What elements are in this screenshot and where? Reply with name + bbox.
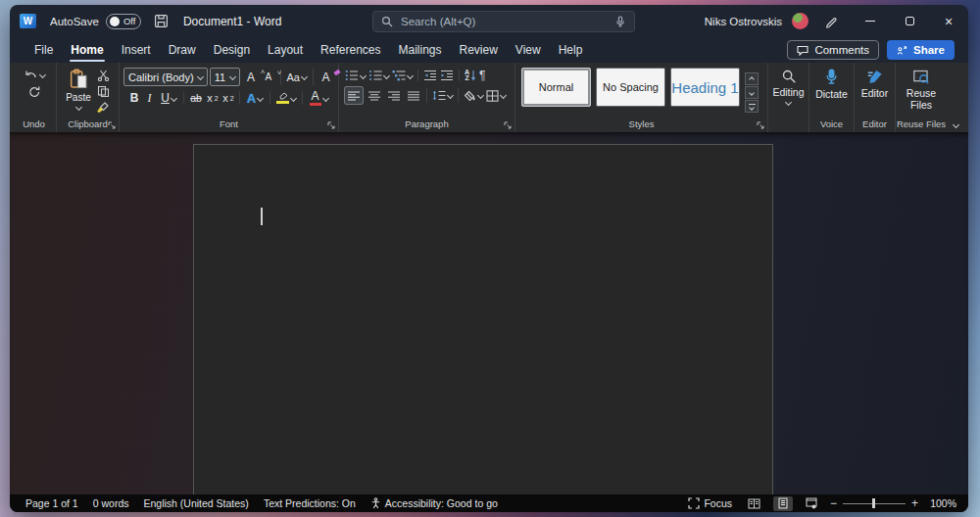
align-right-button[interactable] <box>385 91 402 101</box>
tab-draw[interactable]: Draw <box>160 37 205 63</box>
styles-scroll-up-button[interactable] <box>745 72 759 85</box>
tab-help[interactable]: Help <box>550 37 592 63</box>
strikethrough-button[interactable]: ab <box>188 92 204 104</box>
save-icon[interactable] <box>154 14 169 28</box>
line-spacing-button[interactable] <box>432 90 453 101</box>
share-button[interactable]: Share <box>887 40 955 60</box>
accessibility-status[interactable]: Accessibility: Good to go <box>370 497 498 509</box>
minimize-button[interactable] <box>851 5 890 37</box>
word-count[interactable]: 0 words <box>93 497 129 509</box>
reuse-files-button[interactable]: Reuse Files <box>896 63 947 118</box>
read-mode-button[interactable] <box>745 496 764 511</box>
undo-button[interactable] <box>24 69 45 80</box>
subscript-button[interactable]: x2 <box>206 92 220 104</box>
copy-button[interactable] <box>96 85 110 98</box>
tab-file[interactable]: File <box>25 37 62 63</box>
styles-group-label: Styles <box>515 118 767 132</box>
separator <box>270 91 270 105</box>
styles-scroll-down-button[interactable] <box>745 86 759 99</box>
word-logo-icon[interactable]: W <box>20 14 36 28</box>
change-case-button[interactable]: Aa <box>284 71 309 83</box>
undo-dropdown-icon[interactable] <box>38 70 45 77</box>
align-center-button[interactable] <box>366 91 382 101</box>
user-name[interactable]: Niks Ostrovskis <box>705 16 782 27</box>
clear-formatting-button[interactable]: A <box>318 70 334 84</box>
focus-mode-button[interactable]: Focus <box>688 497 732 509</box>
page-indicator[interactable]: Page 1 of 1 <box>25 497 78 509</box>
font-family-value: Calibri (Body) <box>128 71 194 83</box>
clipboard-dialog-launcher[interactable] <box>108 121 116 129</box>
style-no-spacing[interactable]: No Spacing <box>596 68 665 107</box>
shading-button[interactable] <box>464 90 483 102</box>
paragraph-dialog-launcher[interactable] <box>504 121 512 129</box>
comments-label: Comments <box>814 44 869 56</box>
cut-button[interactable] <box>96 70 110 81</box>
bullets-button[interactable] <box>345 70 366 81</box>
paste-icon <box>69 69 88 90</box>
font-size-select[interactable]: 11 <box>210 68 241 86</box>
tab-design[interactable]: Design <box>205 37 259 63</box>
search-box[interactable]: Search (Alt+Q) <box>372 11 635 32</box>
search-placeholder: Search (Alt+Q) <box>401 16 607 27</box>
bold-button[interactable]: B <box>127 92 141 104</box>
autosave-toggle[interactable]: Off <box>106 14 141 29</box>
style-normal[interactable]: Normal <box>521 68 591 107</box>
tab-home[interactable]: Home <box>62 37 112 63</box>
language-indicator[interactable]: English (United States) <box>143 497 248 509</box>
document-page[interactable] <box>193 144 773 494</box>
font-family-select[interactable]: Calibri (Body) <box>123 68 208 86</box>
sort-button[interactable]: AZ <box>465 70 476 82</box>
reuse-files-icon <box>912 69 930 85</box>
paste-button[interactable]: Paste <box>63 67 94 118</box>
decrease-indent-button[interactable] <box>423 70 437 81</box>
zoom-level[interactable]: 100% <box>927 497 956 509</box>
dictate-button[interactable]: Dictate <box>809 63 854 118</box>
zoom-in-button[interactable]: + <box>911 497 918 509</box>
align-left-button[interactable] <box>345 87 363 104</box>
editing-button[interactable]: Editing <box>768 63 808 118</box>
highlight-color-button[interactable] <box>274 92 298 104</box>
maximize-button[interactable] <box>890 5 929 37</box>
superscript-button[interactable]: x2 <box>221 92 235 104</box>
tab-view[interactable]: View <box>507 37 550 63</box>
autosave-control[interactable]: AutoSave Off <box>50 14 141 29</box>
text-predictions[interactable]: Text Predictions: On <box>264 497 356 509</box>
tab-layout[interactable]: Layout <box>259 37 312 63</box>
underline-button[interactable]: U <box>158 92 179 104</box>
grow-font-button[interactable]: A˄ <box>242 70 259 84</box>
web-layout-button[interactable] <box>802 496 821 511</box>
format-painter-button[interactable] <box>96 102 110 115</box>
ink-pen-icon[interactable] <box>824 14 839 28</box>
print-layout-button[interactable] <box>773 496 793 511</box>
collapse-ribbon-icon[interactable] <box>953 121 959 128</box>
editor-button[interactable]: Editor <box>855 63 895 118</box>
increase-indent-button[interactable] <box>440 70 454 81</box>
shrink-font-button[interactable]: A˅ <box>261 71 275 82</box>
separator <box>458 88 459 103</box>
search-mic-icon[interactable] <box>614 16 626 28</box>
italic-button[interactable]: I <box>143 92 156 104</box>
numbering-button[interactable] <box>368 70 389 81</box>
multilevel-list-button[interactable] <box>392 70 413 81</box>
font-color-button[interactable]: A <box>307 90 330 106</box>
borders-button[interactable] <box>486 90 506 102</box>
font-dialog-launcher[interactable] <box>327 121 335 129</box>
show-formatting-button[interactable]: ¶ <box>479 69 485 82</box>
close-button[interactable]: × <box>929 5 968 37</box>
paste-dropdown-icon[interactable] <box>74 104 81 111</box>
zoom-slider[interactable] <box>843 497 906 509</box>
zoom-slider-handle[interactable] <box>872 498 875 508</box>
styles-dialog-launcher[interactable] <box>757 121 764 129</box>
text-effects-button[interactable]: A <box>244 91 266 106</box>
tab-insert[interactable]: Insert <box>113 37 160 63</box>
tab-review[interactable]: Review <box>451 37 507 63</box>
comments-button[interactable]: Comments <box>787 40 879 60</box>
redo-button[interactable] <box>27 85 40 98</box>
zoom-out-button[interactable]: − <box>830 497 837 509</box>
justify-button[interactable] <box>405 91 421 101</box>
user-avatar[interactable] <box>792 13 808 29</box>
styles-gallery-more-button[interactable] <box>745 100 759 113</box>
style-heading-1[interactable]: Heading 1 <box>670 68 740 107</box>
tab-mailings[interactable]: Mailings <box>389 37 450 63</box>
tab-references[interactable]: References <box>312 37 389 63</box>
